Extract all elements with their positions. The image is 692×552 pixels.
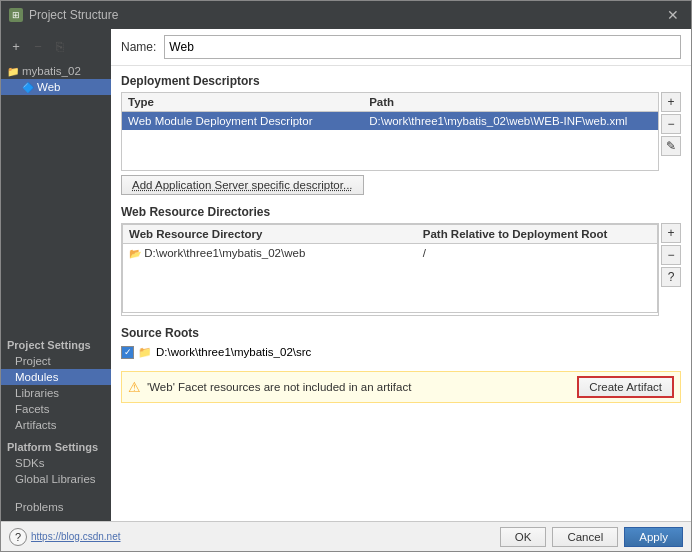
source-roots-section: Source Roots ✓ 📁 D:\work\three1\mybatis_… xyxy=(121,326,681,361)
web-resource-table-container: Web Resource Directory Path Relative to … xyxy=(121,223,681,316)
url-link[interactable]: https://blog.csdn.net xyxy=(31,531,121,542)
cancel-button[interactable]: Cancel xyxy=(552,527,618,547)
sidebar-item-artifacts[interactable]: Artifacts xyxy=(1,417,111,433)
add-module-button[interactable]: + xyxy=(7,37,25,55)
close-button[interactable]: ✕ xyxy=(663,5,683,25)
tree-item-mybatis[interactable]: 📁 mybatis_02 xyxy=(1,63,111,79)
source-path-label: D:\work\three1\mybatis_02\src xyxy=(156,346,311,358)
source-folder-icon: 📁 xyxy=(138,346,152,359)
warning-icon: ⚠ xyxy=(128,379,141,395)
sidebar: + − ⎘ 📁 mybatis_02 🔷 Web Project Setting… xyxy=(1,29,111,521)
name-row: Name: xyxy=(111,29,691,66)
main-content: + − ⎘ 📁 mybatis_02 🔷 Web Project Setting… xyxy=(1,29,691,521)
app-icon: ⊞ xyxy=(9,8,23,22)
path-column-header: Path xyxy=(363,93,658,112)
project-structure-dialog: ⊞ Project Structure ✕ + − ⎘ 📁 mybatis_02… xyxy=(0,0,692,552)
source-checkbox[interactable]: ✓ xyxy=(121,346,134,359)
add-web-resource-btn[interactable]: + xyxy=(661,223,681,243)
web-dir-cell: 📂 D:\work\three1\mybatis_02\web xyxy=(123,244,417,263)
ok-button[interactable]: OK xyxy=(500,527,547,547)
web-resource-question-btn[interactable]: ? xyxy=(661,267,681,287)
create-artifact-button[interactable]: Create Artifact xyxy=(577,376,674,398)
source-root-row: ✓ 📁 D:\work\three1\mybatis_02\src xyxy=(121,344,681,361)
remove-module-button[interactable]: − xyxy=(29,37,47,55)
bottom-right: OK Cancel Apply xyxy=(500,527,683,547)
sidebar-item-facets[interactable]: Facets xyxy=(1,401,111,417)
tree-item-web[interactable]: 🔷 Web xyxy=(1,79,111,95)
web-resource-table-wrapper: Web Resource Directory Path Relative to … xyxy=(121,223,659,316)
add-app-server-descriptor-button[interactable]: Add Application Server specific descript… xyxy=(121,175,364,195)
sidebar-item-modules[interactable]: Modules xyxy=(1,369,111,385)
deployment-table-container: Type Path Web Module Deployment Descript… xyxy=(121,92,681,171)
descriptor-path-cell: D:\work\three1\mybatis_02\web\WEB-INF\we… xyxy=(363,112,658,131)
deployment-descriptors-title: Deployment Descriptors xyxy=(121,74,681,88)
module-tree: 📁 mybatis_02 🔷 Web xyxy=(1,61,111,331)
web-resource-toolbar: + − ? xyxy=(661,223,681,316)
table-row[interactable]: 📂 D:\work\three1\mybatis_02\web / xyxy=(123,244,658,263)
deployment-table-wrapper: Type Path Web Module Deployment Descript… xyxy=(121,92,659,171)
deployment-toolbar: + − ✎ xyxy=(661,92,681,171)
web-empty-row xyxy=(123,262,658,312)
bottom-left: ? https://blog.csdn.net xyxy=(9,528,121,546)
remove-descriptor-btn[interactable]: − xyxy=(661,114,681,134)
platform-settings-header: Platform Settings xyxy=(1,433,111,455)
edit-descriptor-btn[interactable]: ✎ xyxy=(661,136,681,156)
sidebar-toolbar: + − ⎘ xyxy=(1,35,111,61)
bottom-bar: ? https://blog.csdn.net OK Cancel Apply xyxy=(1,521,691,551)
sidebar-item-global-libraries[interactable]: Global Libraries xyxy=(1,471,111,487)
sidebar-item-problems[interactable]: Problems xyxy=(1,499,111,515)
tree-item-web-label: Web xyxy=(37,81,60,93)
table-empty-row xyxy=(122,130,658,170)
type-column-header: Type xyxy=(122,93,363,112)
tree-item-mybatis-label: mybatis_02 xyxy=(22,65,81,77)
web-resource-section: Web Resource Directories Web Resource Di… xyxy=(121,205,681,316)
name-input[interactable] xyxy=(164,35,681,59)
web-path-cell: / xyxy=(417,244,658,263)
add-descriptor-btn[interactable]: + xyxy=(661,92,681,112)
sidebar-item-sdks[interactable]: SDKs xyxy=(1,455,111,471)
warning-text: 'Web' Facet resources are not included i… xyxy=(147,381,571,393)
main-panel: Name: Deployment Descriptors Type xyxy=(111,29,691,521)
copy-module-button[interactable]: ⎘ xyxy=(51,37,69,55)
sidebar-item-project[interactable]: Project xyxy=(1,353,111,369)
web-resource-table: Web Resource Directory Path Relative to … xyxy=(122,224,658,313)
table-row[interactable]: Web Module Deployment Descriptor D:\work… xyxy=(122,112,658,131)
web-module-icon: 🔷 xyxy=(22,82,34,93)
window-title: Project Structure xyxy=(29,8,118,22)
deployment-descriptors-section: Deployment Descriptors Type Path xyxy=(121,74,681,195)
project-settings-header: Project Settings xyxy=(1,331,111,353)
panel-body: Deployment Descriptors Type Path xyxy=(111,66,691,521)
title-bar: ⊞ Project Structure ✕ xyxy=(1,1,691,29)
title-bar-left: ⊞ Project Structure xyxy=(9,8,118,22)
web-path-column-header: Path Relative to Deployment Root xyxy=(417,225,658,244)
folder-icon: 📁 xyxy=(7,66,19,77)
web-dir-icon: 📂 xyxy=(129,248,141,259)
descriptor-type-cell: Web Module Deployment Descriptor xyxy=(122,112,363,131)
source-roots-title: Source Roots xyxy=(121,326,681,340)
sidebar-item-libraries[interactable]: Libraries xyxy=(1,385,111,401)
help-button[interactable]: ? xyxy=(9,528,27,546)
web-resource-title: Web Resource Directories xyxy=(121,205,681,219)
deployment-table: Type Path Web Module Deployment Descript… xyxy=(122,93,658,170)
web-dir-column-header: Web Resource Directory xyxy=(123,225,417,244)
apply-button[interactable]: Apply xyxy=(624,527,683,547)
name-label: Name: xyxy=(121,40,156,54)
remove-web-resource-btn[interactable]: − xyxy=(661,245,681,265)
warning-row: ⚠ 'Web' Facet resources are not included… xyxy=(121,371,681,403)
